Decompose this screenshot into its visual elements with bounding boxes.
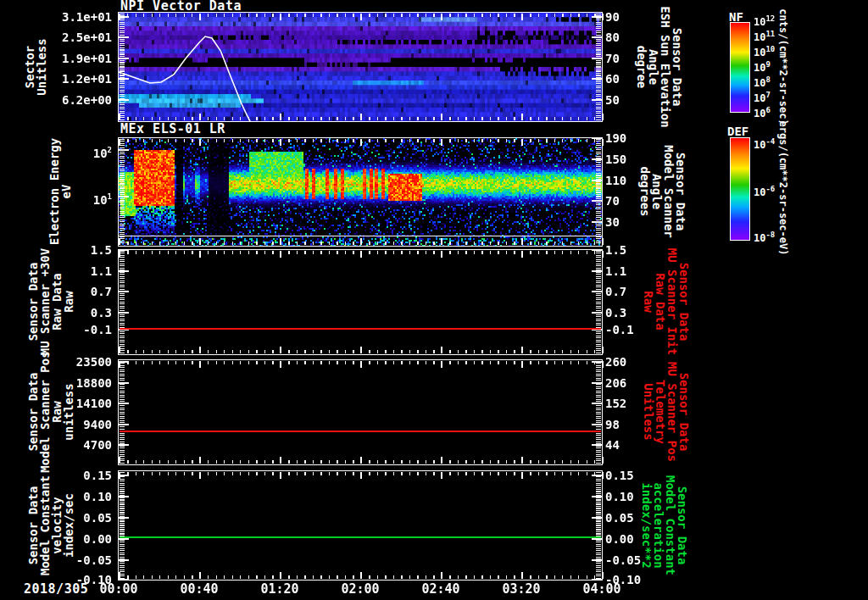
def-colorbar-tick-label: 10-4 <box>754 136 775 151</box>
p2-major-ytick <box>592 137 602 139</box>
p5-right-tick-label: 0.10 <box>605 491 634 503</box>
exponent: 2 <box>108 146 112 154</box>
model-constant-velocity-line <box>120 536 601 538</box>
exponent: 11 <box>765 30 775 38</box>
panel1-spectrogram <box>118 12 603 122</box>
nf-colorbar-title: NF <box>729 11 743 23</box>
x-axis-time-label: 04:00 <box>575 583 629 595</box>
panel3-plot-area <box>118 249 603 355</box>
p1-major-xtick <box>521 114 523 120</box>
p1-major-ytick <box>119 99 129 101</box>
p3-major-ytick <box>592 312 602 314</box>
p5-major-ytick <box>592 475 602 476</box>
p2-major-xtick <box>602 139 604 146</box>
p4-left-tick-label: 23500 <box>49 356 112 368</box>
p1-right-tick-label: 80 <box>605 31 620 43</box>
p1-major-xtick <box>441 14 442 20</box>
p1-left-tick-label: 3.1e+01 <box>49 11 112 23</box>
x-axis-time-label: 02:40 <box>414 583 468 595</box>
p5-major-ytick <box>119 475 129 476</box>
p1-major-xtick <box>119 114 120 120</box>
p5-left-tick-label: 0.05 <box>49 512 112 524</box>
panel1-y2-axis-label: Sensor Data ESH Sun Elevation Angle degr… <box>636 3 683 131</box>
exponent: 10 <box>765 45 775 53</box>
nf-colorbar-tick-label: 108 <box>754 74 771 89</box>
p5-major-ytick <box>592 579 602 581</box>
p5-major-xtick <box>521 572 523 579</box>
p3-major-xtick <box>280 347 281 353</box>
p3-major-ytick <box>119 270 129 272</box>
nf-colorbar-tick-label: 109 <box>754 58 771 74</box>
nf-colorbar-tick-label: 1010 <box>754 43 775 58</box>
p5-major-ytick <box>119 559 129 561</box>
p4-major-ytick <box>119 403 129 404</box>
exponent: -4 <box>765 137 775 146</box>
p3-major-xtick <box>199 251 201 258</box>
p3-major-xtick <box>360 251 362 258</box>
exponent: 9 <box>765 60 770 69</box>
p1-major-xtick <box>602 14 604 20</box>
p2-left-tick-label: 102 <box>49 144 112 159</box>
p3-left-tick-label: 0.7 <box>49 286 112 297</box>
p5-major-ytick <box>592 559 602 561</box>
panel4-plot-area <box>118 359 603 465</box>
p1-major-ytick <box>119 16 129 18</box>
x-axis-time-label: 02:00 <box>333 583 387 595</box>
p3-major-xtick <box>441 251 442 258</box>
p2-major-xtick <box>199 139 201 146</box>
p4-major-xtick <box>441 457 442 464</box>
p1-major-ytick <box>592 78 602 80</box>
p2-major-xtick <box>119 238 120 245</box>
p3-left-tick-label: 1.1 <box>49 265 112 277</box>
x-axis-time-label: 03:20 <box>494 583 548 595</box>
p3-major-ytick <box>119 312 129 314</box>
p1-major-xtick <box>280 14 281 20</box>
nf-colorbar-tick-label: 107 <box>754 89 771 104</box>
p4-left-tick-label: 9400 <box>49 419 112 431</box>
p4-left-tick-label: 14100 <box>49 397 112 409</box>
def-colorbar-tick-label: 10-8 <box>754 229 775 244</box>
panel3-y2-axis-label: Sensor Data MU Scanner Init Raw Data Raw <box>643 238 690 365</box>
p3-right-tick-label: 0.7 <box>605 286 626 297</box>
p4-major-xtick <box>521 361 523 368</box>
p3-major-ytick <box>592 270 602 272</box>
p5-major-xtick <box>280 572 281 579</box>
p2-major-xtick <box>360 139 362 146</box>
p5-right-tick-label: 0.00 <box>605 533 634 545</box>
p5-major-ytick <box>119 579 129 581</box>
p3-major-ytick <box>592 249 602 251</box>
p5-major-ytick <box>592 517 602 519</box>
nf-colorbar-tick-label: 1012 <box>754 13 775 28</box>
p4-left-tick-label: 4700 <box>49 439 112 451</box>
p4-major-xtick <box>602 457 604 464</box>
p2-minor-ticks-right <box>596 139 601 245</box>
p5-major-xtick <box>280 472 281 479</box>
p3-major-xtick <box>119 347 120 353</box>
p5-major-xtick <box>199 472 201 479</box>
p4-major-xtick <box>119 457 120 464</box>
p3-major-xtick <box>441 347 442 353</box>
p2-major-xtick <box>521 139 523 146</box>
p1-major-ytick <box>119 78 129 80</box>
p1-major-ytick <box>592 16 602 18</box>
p1-major-xtick <box>521 14 523 20</box>
x-axis-time-label: 00:40 <box>172 583 226 595</box>
p1-right-tick-label: 60 <box>605 73 620 85</box>
p3-major-xtick <box>280 251 281 258</box>
p4-major-xtick <box>280 457 281 464</box>
p1-minor-ticks-left <box>120 14 125 120</box>
p5-major-ytick <box>119 496 129 497</box>
p5-major-xtick <box>119 572 120 579</box>
p5-major-ytick <box>592 538 602 540</box>
p1-right-tick-label: 70 <box>605 53 620 64</box>
p1-major-xtick <box>280 114 281 120</box>
p2-major-xtick <box>280 238 281 245</box>
p3-right-tick-label: 1.1 <box>605 265 626 277</box>
p2-right-tick-label: 110 <box>605 175 626 186</box>
p1-left-tick-label: 1.2e+01 <box>49 73 112 85</box>
p3-left-tick-label: 1.5 <box>49 244 112 256</box>
p5-major-xtick <box>521 472 523 479</box>
def-colorbar-tick-label: 10-6 <box>754 183 775 198</box>
p3-major-xtick <box>360 347 362 353</box>
p4-major-xtick <box>521 457 523 464</box>
